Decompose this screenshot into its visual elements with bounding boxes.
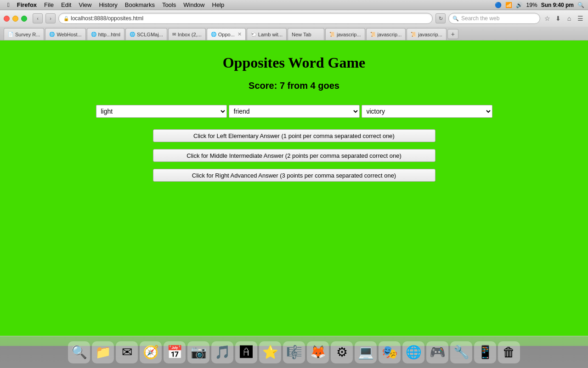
tab-js3[interactable]: 📜 javascrip... xyxy=(407,28,447,40)
tab-title-js1: javascrip... xyxy=(337,32,361,37)
tab-title-survey: Survey R... xyxy=(15,32,40,37)
close-window-button[interactable] xyxy=(4,16,10,22)
answer-button-left[interactable]: Click for Left Elementary Answer (1 poin… xyxy=(153,129,435,142)
tab-http[interactable]: 🌐 http...html xyxy=(87,28,124,40)
dock-firefox[interactable]: 🦊 xyxy=(307,341,329,363)
search-icon[interactable]: 🔍 xyxy=(577,2,584,8)
browser-window: ‹ › 🔓 localhost:8888/opposites.html ↻ 🔍 … xyxy=(0,10,588,346)
dock-itunes[interactable]: 🎵 xyxy=(211,341,233,363)
wifi-icon: 📶 xyxy=(505,2,512,8)
menubar-window[interactable]: Window xyxy=(180,0,208,10)
dock-safari[interactable]: 🧭 xyxy=(140,341,162,363)
tab-close-opposites[interactable]: ✕ xyxy=(237,31,242,37)
address-text[interactable]: localhost:8888/opposites.html xyxy=(71,15,143,22)
dock-calendar[interactable]: 📅 xyxy=(164,341,186,363)
menubar-help[interactable]: Help xyxy=(209,0,228,10)
menubar-view[interactable]: View xyxy=(75,0,95,10)
menu-icon[interactable]: ☰ xyxy=(576,14,584,23)
dock-terminal[interactable]: 💻 xyxy=(355,341,377,363)
dock-finder[interactable]: 🔍 xyxy=(68,341,90,363)
search-placeholder: Search the web xyxy=(461,15,499,22)
word-select-left[interactable]: light xyxy=(96,105,227,118)
dock-photos[interactable]: 📷 xyxy=(187,341,209,363)
window-controls xyxy=(4,16,27,22)
tab-favicon-survey: 📄 xyxy=(8,32,13,37)
dock-settings[interactable]: ⚙ xyxy=(331,341,353,363)
tab-favicon-sclg: 🌐 xyxy=(130,32,135,37)
maximize-window-button[interactable] xyxy=(21,16,27,22)
bluetooth-icon: 🔵 xyxy=(495,2,502,8)
battery-status: 19% xyxy=(526,2,537,8)
menubar-file[interactable]: File xyxy=(40,0,57,10)
dock-music[interactable]: 🎼 xyxy=(283,341,305,363)
bookmark-save-icon[interactable]: ⬇ xyxy=(554,14,562,23)
game-score: Score: 7 from 4 goes xyxy=(249,80,339,91)
dock-star[interactable]: ⭐ xyxy=(259,341,281,363)
forward-button[interactable]: › xyxy=(45,13,56,23)
reload-button[interactable]: ↻ xyxy=(435,13,446,23)
tab-favicon-js3: 📜 xyxy=(411,32,416,37)
menubar-tools[interactable]: Tools xyxy=(158,0,180,10)
tab-webhost[interactable]: 🌐 WebHost... xyxy=(45,28,85,40)
tab-title-lamb: Lamb wit... xyxy=(258,32,283,37)
tab-lamb[interactable]: 🐑 Lamb wit... xyxy=(247,28,287,40)
dock-misc5[interactable]: 📱 xyxy=(474,341,496,363)
apple-menu[interactable]:  xyxy=(4,0,13,10)
bookmark-star-icon[interactable]: ☆ xyxy=(543,14,551,23)
tab-title-opposites: Oppo... xyxy=(218,32,235,37)
menubar-history[interactable]: History xyxy=(95,0,121,10)
menubar:  Firefox File Edit View History Bookmar… xyxy=(0,0,588,10)
answer-button-middle[interactable]: Click for Middle Intermediate Answer (2 … xyxy=(153,149,435,162)
tab-title-webhost: WebHost... xyxy=(57,32,81,37)
system-clock: Sun 9:40 pm xyxy=(541,2,574,8)
word-selectors: light friend victory xyxy=(96,105,492,118)
browser-toolbar: ‹ › 🔓 localhost:8888/opposites.html ↻ 🔍 … xyxy=(0,10,588,27)
menubar-edit[interactable]: Edit xyxy=(57,0,75,10)
tab-favicon-js2: 📜 xyxy=(370,32,376,37)
tab-favicon-webhost: 🌐 xyxy=(49,32,55,37)
minimize-window-button[interactable] xyxy=(12,16,18,22)
tab-js2[interactable]: 📜 javascrip... xyxy=(366,28,406,40)
dock-misc2[interactable]: 🌐 xyxy=(402,341,424,363)
answer-button-right[interactable]: Click for Right Advanced Answer (3 point… xyxy=(153,169,435,182)
tab-title-js2: javascrip... xyxy=(378,32,402,37)
tab-survey[interactable]: 📄 Survey R... xyxy=(4,28,44,40)
tab-favicon-js1: 📜 xyxy=(329,32,335,37)
menubar-right: 🔵 📶 🔊 19% Sun 9:40 pm 🔍 xyxy=(495,2,584,8)
tab-js1[interactable]: 📜 javascrip... xyxy=(325,28,365,40)
tab-title-http: http...html xyxy=(98,32,120,37)
word-select-right[interactable]: victory xyxy=(362,105,492,118)
tab-inbox[interactable]: ✉ Inbox (2,... xyxy=(168,28,206,40)
search-bar[interactable]: 🔍 Search the web xyxy=(448,13,540,24)
dock-misc1[interactable]: 🎭 xyxy=(379,341,401,363)
tab-sclg[interactable]: 🌐 SCLGMaj... xyxy=(125,28,167,40)
tab-title-js3: javascrip... xyxy=(418,32,442,37)
menubar-firefox[interactable]: Firefox xyxy=(13,0,40,10)
dock-appstore[interactable]: 🅰 xyxy=(235,341,257,363)
dock-misc6[interactable]: 🗑 xyxy=(498,341,520,363)
new-tab-button[interactable]: + xyxy=(447,29,458,39)
search-glass-icon: 🔍 xyxy=(452,16,459,22)
tab-title-newtab: New Tab xyxy=(292,32,320,37)
dock-misc4[interactable]: 🔧 xyxy=(450,341,472,363)
menubar-bookmarks[interactable]: Bookmarks xyxy=(121,0,158,10)
dock-mail[interactable]: ✉ xyxy=(116,341,138,363)
answer-buttons: Click for Left Elementary Answer (1 poin… xyxy=(153,129,435,182)
game-title: Opposites Word Game xyxy=(223,54,366,71)
word-select-middle[interactable]: friend xyxy=(229,105,360,118)
volume-icon: 🔊 xyxy=(516,2,523,8)
dock-misc3[interactable]: 🎮 xyxy=(426,341,448,363)
tab-opposites[interactable]: 🌐 Oppo... ✕ xyxy=(207,28,246,40)
tab-favicon-lamb: 🐑 xyxy=(251,32,256,37)
address-lock-icon: 🔓 xyxy=(63,16,69,21)
back-button[interactable]: ‹ xyxy=(33,13,43,23)
page-content: Opposites Word Game Score: 7 from 4 goes… xyxy=(0,40,588,346)
tab-favicon-opposites: 🌐 xyxy=(211,32,216,37)
home-icon[interactable]: ⌂ xyxy=(565,14,573,23)
tab-newtab[interactable]: New Tab xyxy=(288,28,324,40)
tab-favicon-http: 🌐 xyxy=(91,32,96,37)
address-bar[interactable]: 🔓 localhost:8888/opposites.html xyxy=(58,13,433,24)
dock: 🔍 📁 ✉ 🧭 📅 📷 🎵 🅰 ⭐ 🎼 🦊 ⚙ 💻 🎭 🌐 🎮 🔧 📱 🗑 xyxy=(0,336,588,368)
tab-title-inbox: Inbox (2,... xyxy=(178,32,202,37)
dock-files[interactable]: 📁 xyxy=(92,341,114,363)
